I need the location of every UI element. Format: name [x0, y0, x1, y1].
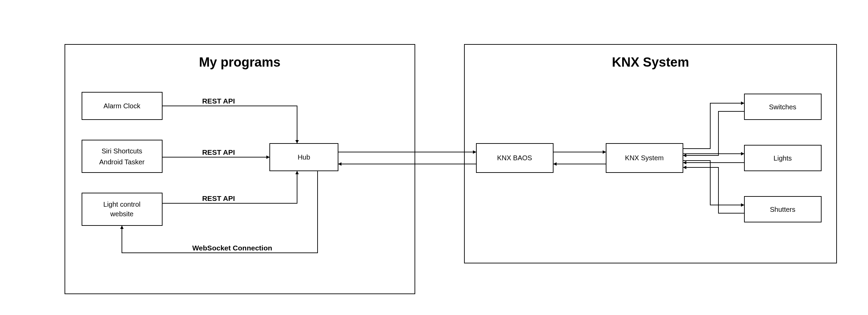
node-label-switches: Switches: [769, 103, 796, 111]
node-label-knx-system: KNX System: [625, 154, 663, 162]
edge-label-rest-api-2: REST API: [202, 148, 235, 156]
node-label-light-control-line1: Light control: [103, 201, 141, 208]
node-label-alarm-clock: Alarm Clock: [103, 102, 141, 110]
edge-alarm-hub: [162, 106, 297, 143]
diagram-canvas: My programs Alarm Clock Siri Shortcuts A…: [0, 0, 868, 315]
group-title-my-programs: My programs: [199, 55, 281, 69]
node-light-control-website: [82, 193, 162, 225]
edge-knxsys-to-switches: [683, 103, 744, 149]
node-label-knx-baos: KNX BAOS: [497, 154, 532, 162]
node-label-shutters: Shutters: [770, 206, 795, 213]
group-title-knx-system: KNX System: [612, 55, 689, 69]
node-label-hub: Hub: [298, 153, 310, 161]
edge-label-rest-api-1: REST API: [202, 97, 235, 105]
node-siri-shortcuts: [82, 140, 162, 173]
edge-shutters-to-knxsys: [683, 167, 744, 213]
node-label-siri-line2: Android Tasker: [99, 158, 144, 166]
node-label-lights: Lights: [773, 154, 792, 162]
edge-label-rest-api-3: REST API: [202, 194, 235, 202]
node-label-siri-line1: Siri Shortcuts: [102, 147, 142, 155]
edge-label-websocket: WebSocket Connection: [192, 244, 272, 252]
node-label-light-control-line2: website: [110, 210, 134, 218]
